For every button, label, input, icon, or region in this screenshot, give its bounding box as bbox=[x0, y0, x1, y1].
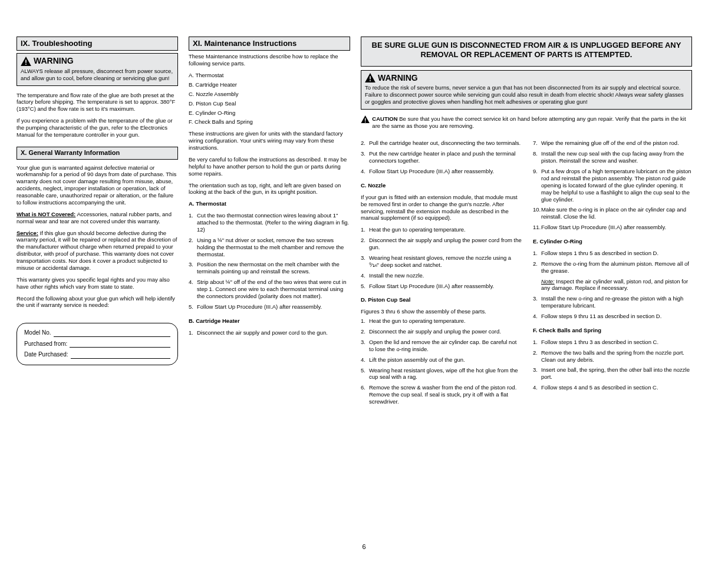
section-header-troubleshooting: IX. Troubleshooting bbox=[17, 37, 178, 51]
part-d-steps-cont: 7.Wipe the remaining glue off of the end… bbox=[533, 140, 694, 234]
troubleshoot-para-1: The temperature and flow rate of the glu… bbox=[17, 92, 178, 113]
model-no-blank bbox=[54, 331, 170, 337]
svg-point-0 bbox=[25, 64, 27, 65]
warning-label: WARNING bbox=[378, 73, 418, 84]
svg-rect-3 bbox=[370, 77, 371, 80]
disconnect-banner: BE SURE GLUE GUN IS DISCONNECTED FROM AI… bbox=[361, 37, 692, 67]
part-b-title: B. Cartridge Heater bbox=[189, 318, 350, 325]
warning-body: ALWAYS release all pressure, disconnect … bbox=[21, 68, 174, 82]
maint-parts-list: A. Thermostat B. Cartridge Heater C. Noz… bbox=[189, 70, 350, 125]
part-f-title: F. Check Balls and Spring bbox=[533, 327, 694, 334]
part-e-steps: 1.Follow steps 1 thru 5 as described in … bbox=[533, 250, 694, 323]
troubleshoot-para-2: If you experience a problem with the tem… bbox=[17, 117, 178, 138]
page-number: 6 bbox=[362, 543, 365, 551]
svg-point-2 bbox=[370, 80, 371, 81]
warning-body-2: To reduce the risk of severe burns, neve… bbox=[365, 84, 688, 105]
svg-rect-5 bbox=[365, 118, 366, 121]
warning-label: WARNING bbox=[34, 56, 74, 67]
column-4: 7.Wipe the remaining glue off of the end… bbox=[533, 140, 694, 409]
date-purchased-label: Date Purchased: bbox=[24, 351, 68, 359]
column-1: IX. Troubleshooting WARNING ALWAYS relea… bbox=[17, 37, 178, 409]
part-a-title: A. Thermostat bbox=[189, 200, 350, 207]
part-f: F. Check Balls and Spring bbox=[189, 118, 350, 125]
svg-rect-1 bbox=[25, 59, 27, 62]
part-c-steps: 1.Heat the gun to operating temperature.… bbox=[361, 226, 522, 293]
date-purchased-blank bbox=[71, 353, 171, 359]
model-no-label: Model No. bbox=[24, 329, 51, 337]
warranty-not-covered: What is NOT Covered: Accessories, natura… bbox=[17, 211, 178, 225]
maint-para-4: The orientation such as top, right, and … bbox=[189, 182, 350, 196]
column-2: XI. Maintenance Instructions These Maint… bbox=[189, 37, 350, 409]
caution-icon bbox=[361, 115, 370, 126]
part-c-intro: If your gun is fitted with an extension … bbox=[361, 194, 522, 222]
warranty-rights: This warranty gives you specific legal r… bbox=[17, 276, 178, 290]
part-e-title: E. Cylinder O-Ring bbox=[533, 238, 694, 245]
service-label: Service: bbox=[17, 230, 38, 236]
warranty-para-1: Your glue gun is warranted against defec… bbox=[17, 164, 178, 206]
warning-icon bbox=[21, 57, 31, 66]
part-d-title: D. Piston Cup Seal bbox=[361, 296, 522, 303]
part-a: A. Thermostat bbox=[189, 72, 350, 79]
column-3: 2.Pull the cartridge heater out, disconn… bbox=[361, 140, 522, 409]
part-f-steps: 1.Follow steps 1 thru 3 as described in … bbox=[533, 339, 694, 395]
warning-box-1: WARNING ALWAYS release all pressure, dis… bbox=[17, 53, 178, 85]
part-e: E. Cylinder O-Ring bbox=[189, 110, 350, 117]
record-card: Model No. Purchased from: Date Purchased… bbox=[17, 323, 178, 365]
part-d-steps: 1.Heat the gun to operating temperature.… bbox=[361, 318, 522, 409]
part-b-steps-cont: 2.Pull the cartridge heater out, disconn… bbox=[361, 140, 522, 178]
purchased-from-label: Purchased from: bbox=[24, 340, 67, 348]
section-header-warranty: X. General Warranty Information bbox=[17, 147, 178, 160]
maint-intro: These Maintenance Instructions describe … bbox=[189, 53, 350, 67]
section-header-maintenance: XI. Maintenance Instructions bbox=[189, 37, 350, 51]
warning-icon bbox=[365, 73, 375, 82]
part-a-steps: 1.Cut the two thermostat connection wire… bbox=[189, 212, 350, 314]
caution-label: CAUTION bbox=[372, 115, 397, 122]
part-c-title: C. Nozzle bbox=[361, 182, 522, 189]
not-covered-label: What is NOT Covered: bbox=[17, 211, 75, 217]
part-b-step1: 1.Disconnect the air supply and power co… bbox=[189, 329, 350, 340]
svg-point-4 bbox=[365, 121, 366, 123]
maint-para-3: Be very careful to follow the instructio… bbox=[189, 156, 350, 177]
warranty-service: Service: If this glue gun should become … bbox=[17, 230, 178, 272]
warning-box-2: WARNING To reduce the risk of severe bur… bbox=[361, 70, 692, 110]
part-c: C. Nozzle Assembly bbox=[189, 91, 350, 98]
part-d: D. Piston Cup Seal bbox=[189, 100, 350, 107]
maint-para-2: These instructions are given for units w… bbox=[189, 130, 350, 151]
part-d-intro: Figures 3 thru 6 show the assembly of th… bbox=[361, 308, 522, 315]
part-b: B. Cartridge Heater bbox=[189, 81, 350, 88]
purchased-from-blank bbox=[70, 342, 170, 348]
warranty-record-intro: Record the following about your glue gun… bbox=[17, 295, 178, 309]
caution-inline: CAUTION Be sure that you have the correc… bbox=[361, 115, 692, 130]
columns-3-4-wrapper: BE SURE GLUE GUN IS DISCONNECTED FROM AI… bbox=[361, 37, 692, 409]
